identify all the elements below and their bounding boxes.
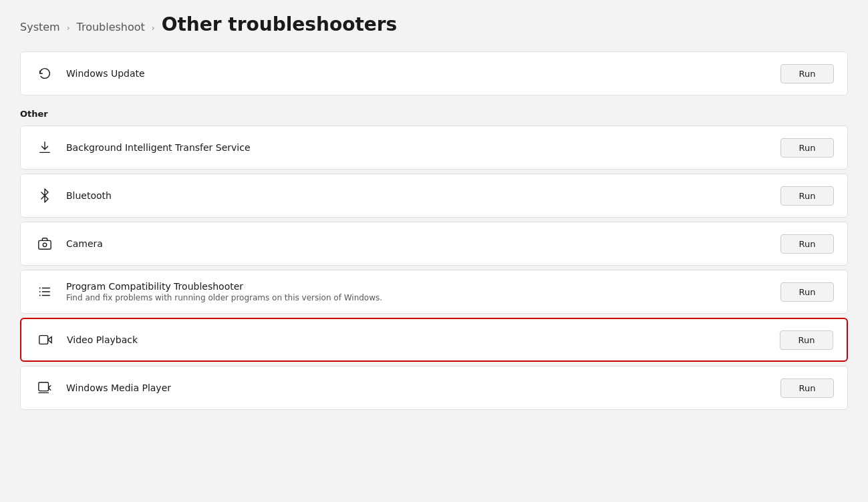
other-section: Background Intelligent Transfer ServiceR… [20, 125, 848, 410]
troubleshooter-card-camera: CameraRun [20, 222, 848, 266]
troubleshooter-card-bits: Background Intelligent Transfer ServiceR… [20, 125, 848, 170]
refresh-icon [34, 63, 55, 84]
card-content-windows-media-player: Windows Media Player [66, 383, 780, 393]
run-button-program-compat[interactable]: Run [780, 282, 834, 302]
card-title-windows-media-player: Windows Media Player [66, 383, 780, 393]
svg-rect-10 [39, 336, 48, 344]
troubleshooter-card-program-compat: Program Compatibility TroubleshooterFind… [20, 270, 848, 314]
run-button-video-playback[interactable]: Run [780, 330, 833, 350]
card-title-bits: Background Intelligent Transfer Service [66, 142, 780, 153]
breadcrumb: System › Troubleshoot › Other troublesho… [20, 13, 848, 35]
run-button-bits[interactable]: Run [780, 138, 834, 158]
card-content-windows-update: Windows Update [66, 68, 780, 79]
breadcrumb-system[interactable]: System [20, 21, 60, 33]
top-section: Windows UpdateRun [20, 51, 848, 95]
list-icon [34, 281, 55, 302]
svg-marker-11 [48, 336, 52, 342]
breadcrumb-sep1: › [67, 23, 70, 33]
page-title: Other troubleshooters [162, 13, 398, 35]
camera-icon [34, 233, 55, 254]
card-content-program-compat: Program Compatibility TroubleshooterFind… [66, 281, 780, 302]
troubleshooter-card-windows-update: Windows UpdateRun [20, 51, 848, 95]
card-title-bluetooth: Bluetooth [66, 190, 780, 201]
card-title-program-compat: Program Compatibility Troubleshooter [66, 281, 780, 292]
svg-rect-2 [39, 240, 51, 249]
card-content-bits: Background Intelligent Transfer Service [66, 142, 780, 153]
card-content-bluetooth: Bluetooth [66, 190, 780, 201]
card-title-video-playback: Video Playback [67, 334, 780, 345]
card-content-camera: Camera [66, 238, 780, 249]
card-title-windows-update: Windows Update [66, 68, 780, 79]
other-section-label: Other [20, 109, 848, 119]
troubleshooter-card-windows-media-player: Windows Media PlayerRun [20, 366, 848, 410]
media-player-icon [34, 377, 55, 399]
run-button-bluetooth[interactable]: Run [780, 186, 834, 206]
card-title-camera: Camera [66, 238, 780, 249]
download-icon [34, 137, 55, 158]
svg-rect-12 [39, 383, 49, 391]
svg-point-3 [43, 243, 47, 247]
breadcrumb-troubleshoot[interactable]: Troubleshoot [76, 21, 144, 33]
breadcrumb-sep2: › [152, 23, 155, 33]
troubleshooter-card-video-playback: Video PlaybackRun [20, 318, 848, 362]
bluetooth-icon [34, 185, 55, 206]
card-description-program-compat: Find and fix problems with running older… [66, 293, 780, 302]
run-button-windows-update[interactable]: Run [780, 64, 834, 83]
troubleshooter-card-bluetooth: BluetoothRun [20, 174, 848, 218]
video-icon [35, 329, 56, 350]
card-content-video-playback: Video Playback [67, 334, 780, 345]
run-button-windows-media-player[interactable]: Run [780, 379, 834, 398]
run-button-camera[interactable]: Run [780, 234, 834, 254]
